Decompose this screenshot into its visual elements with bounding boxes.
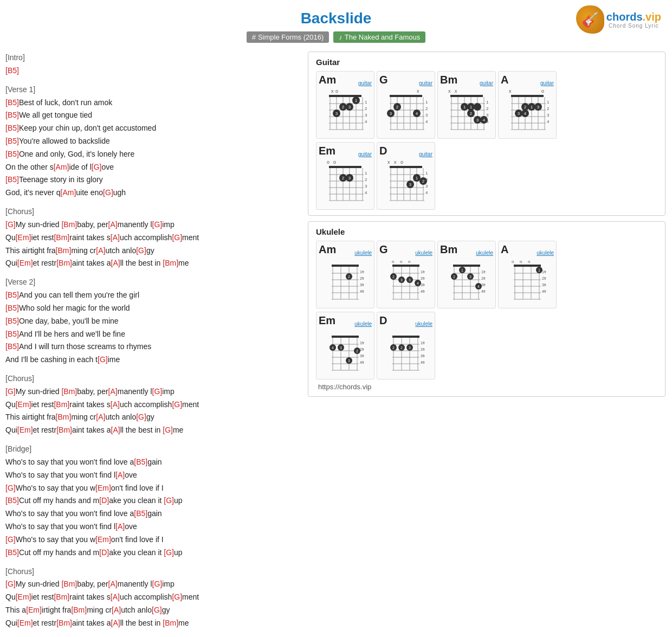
tag-album[interactable]: # Simple Forms (2016): [247, 31, 329, 43]
chord-a[interactable]: [A]: [115, 522, 125, 531]
chord-b5[interactable]: [B5]: [5, 496, 19, 505]
chord-g-uke-type[interactable]: ukulele: [415, 250, 432, 256]
chord-g[interactable]: [G]: [5, 220, 16, 229]
chord-am[interactable]: [Am]: [61, 188, 76, 197]
chord-bm[interactable]: [Bm]: [56, 413, 72, 421]
chord-b5[interactable]: [B5]: [5, 330, 19, 338]
chord-b5[interactable]: [B5]: [134, 509, 147, 518]
chord-bm[interactable]: [Bm]: [54, 400, 69, 409]
chord-g[interactable]: [G]: [164, 496, 174, 505]
chord-a[interactable]: [A]: [111, 593, 120, 601]
chord-g[interactable]: [G]: [5, 580, 16, 588]
chord-am-type[interactable]: guitar: [358, 80, 372, 86]
chord-b5[interactable]: [B5]: [5, 111, 19, 119]
chord-em-uke-type[interactable]: ukulele: [354, 321, 372, 327]
chord-bm[interactable]: [Bm]: [61, 387, 77, 396]
chord-em[interactable]: [Em]: [17, 259, 33, 267]
chord-b5[interactable]: [B5]: [134, 458, 147, 466]
chord-a[interactable]: [A]: [108, 220, 118, 229]
chord-g[interactable]: [G]: [92, 163, 102, 171]
chord-a[interactable]: [A]: [111, 619, 120, 627]
chord-bm[interactable]: [Bm]: [56, 246, 72, 255]
chord-a-type[interactable]: guitar: [540, 80, 554, 86]
svg-text:3fr: 3fr: [542, 283, 547, 287]
chord-a[interactable]: [A]: [112, 606, 121, 614]
chord-bm[interactable]: [Bm]: [61, 580, 77, 588]
chord-g[interactable]: [G]: [152, 387, 163, 396]
chord-bm[interactable]: [Bm]: [163, 259, 178, 267]
chord-g[interactable]: [G]: [163, 426, 173, 434]
chord-em[interactable]: [Em]: [16, 400, 31, 409]
chord-b5[interactable]: [B5]: [5, 124, 19, 132]
chord-d[interactable]: [D]: [99, 496, 109, 505]
svg-text:1fr: 1fr: [360, 341, 365, 345]
chord-a[interactable]: [A]: [111, 426, 120, 434]
line-ch1-3: This airtight fra[Bm]ming cr[A]utch anlo…: [5, 244, 298, 258]
chord-em[interactable]: [Em]: [95, 484, 111, 492]
chord-g[interactable]: [G]: [152, 580, 163, 588]
chord-bm[interactable]: [Bm]: [61, 220, 77, 229]
chord-d-type[interactable]: guitar: [419, 151, 432, 157]
svg-text:2: 2: [400, 346, 403, 350]
chord-g[interactable]: [G]: [172, 400, 182, 409]
chord-bm[interactable]: [Bm]: [163, 619, 178, 627]
chord-d-uke-type[interactable]: ukulele: [415, 321, 432, 327]
chord-g[interactable]: [G]: [98, 355, 108, 364]
empty: [5, 366, 298, 372]
chord-g[interactable]: [G]: [5, 535, 16, 544]
chord-g[interactable]: [G]: [103, 188, 113, 197]
chord-a[interactable]: [A]: [108, 387, 118, 396]
chord-a-uke-type[interactable]: ukulele: [537, 250, 554, 256]
chord-b5[interactable]: [B5]: [5, 317, 19, 325]
chord-g[interactable]: [G]: [5, 484, 16, 492]
chord-bm[interactable]: [Bm]: [56, 259, 72, 267]
chord-a[interactable]: [A]: [96, 246, 105, 255]
chord-b5[interactable]: [B5]: [5, 342, 19, 351]
chord-b5[interactable]: [B5]: [5, 548, 19, 557]
svg-text:2fr: 2fr: [360, 348, 365, 351]
chord-b5[interactable]: [B5]: [5, 137, 19, 145]
chord-g[interactable]: [G]: [136, 246, 146, 255]
chord-g[interactable]: [G]: [136, 413, 146, 421]
chord-bm[interactable]: [Bm]: [71, 606, 87, 614]
chord-bm[interactable]: [Bm]: [56, 426, 72, 434]
chord-am-uke-type[interactable]: ukulele: [354, 250, 372, 256]
chord-g[interactable]: [G]: [164, 548, 174, 557]
chord-g[interactable]: [G]: [172, 233, 182, 242]
chord-em[interactable]: [Em]: [95, 535, 111, 544]
chord-g-type[interactable]: guitar: [419, 80, 432, 86]
chord-em-type[interactable]: guitar: [358, 151, 372, 157]
chord-a[interactable]: [A]: [111, 400, 120, 409]
tag-artist[interactable]: ♪ The Naked and Famous: [333, 31, 425, 43]
chord-bm[interactable]: [Bm]: [56, 619, 72, 627]
chord-g[interactable]: [G]: [5, 387, 16, 396]
chord-bm-uke-type[interactable]: ukulele: [476, 250, 493, 256]
chord-d[interactable]: [D]: [99, 548, 109, 557]
chord-bm-type[interactable]: guitar: [480, 80, 493, 86]
chord-bm[interactable]: [Bm]: [54, 593, 69, 601]
chord-a[interactable]: [A]: [115, 471, 125, 479]
chord-b5[interactable]: [B5]: [5, 175, 19, 184]
chord-g[interactable]: [G]: [152, 220, 163, 229]
svg-text:4fr: 4fr: [481, 289, 486, 293]
chord-em[interactable]: [Em]: [17, 426, 33, 434]
chord-g[interactable]: [G]: [172, 593, 182, 601]
chord-a[interactable]: [A]: [96, 413, 105, 421]
svg-text:4fr: 4fr: [425, 190, 428, 195]
chord-a[interactable]: [A]: [111, 233, 120, 242]
chord-em[interactable]: [Em]: [17, 619, 33, 627]
chord-b5[interactable]: [B5]: [5, 66, 19, 75]
chord-b5[interactable]: [B5]: [5, 98, 19, 107]
chord-em[interactable]: [Em]: [16, 593, 31, 601]
chord-bm[interactable]: [Bm]: [54, 233, 69, 242]
chord-a[interactable]: [A]: [108, 580, 118, 588]
chord-b5[interactable]: [B5]: [5, 291, 19, 299]
chord-a[interactable]: [A]: [111, 259, 120, 267]
chord-g[interactable]: [G]: [152, 606, 162, 614]
chord-b5[interactable]: [B5]: [5, 304, 19, 312]
chord-em[interactable]: [Em]: [26, 606, 42, 614]
chord-b5[interactable]: [B5]: [5, 150, 19, 158]
chord-am[interactable]: [Am]: [54, 163, 69, 171]
chord-em-diagram: o o 1fr: [324, 158, 367, 207]
chord-em[interactable]: [Em]: [16, 233, 31, 242]
